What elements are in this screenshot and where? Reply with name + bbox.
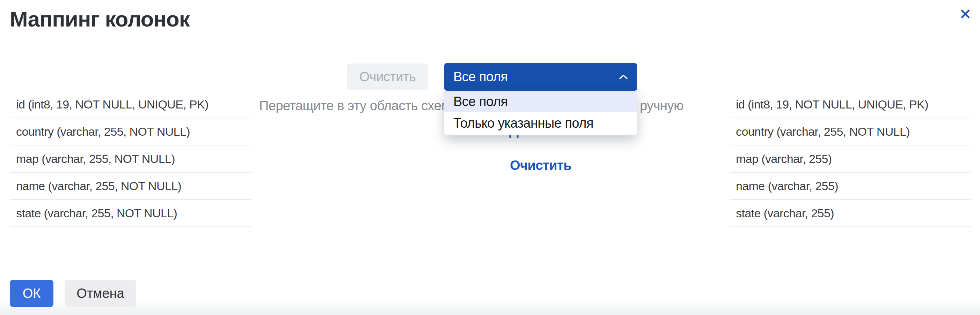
source-column-item[interactable]: name (varchar, 255, NOT NULL) — [10, 173, 251, 200]
target-column-item[interactable]: name (varchar, 255) — [730, 173, 971, 200]
dropdown-option-all-fields[interactable]: Все поля — [444, 91, 637, 112]
drop-area-hint-left: Перетащите в эту область схему — [259, 98, 457, 113]
drop-area-hint-right: ручную — [640, 98, 684, 113]
page-title: Маппинг колонок — [10, 6, 189, 32]
fields-mode-dropdown-menu: Все поля Только указанные поля — [444, 91, 637, 135]
cancel-button[interactable]: Отмена — [65, 280, 136, 307]
fields-mode-dropdown: Все поля Все поля Только указанные поля — [444, 63, 637, 91]
fields-mode-selected-value: Все поля — [453, 70, 508, 84]
column-mapping-dialog: Маппинг колонок Очистить Все поля Все по… — [0, 0, 980, 315]
ok-button[interactable]: ОК — [10, 280, 53, 307]
target-column-item[interactable]: state (varchar, 255) — [730, 200, 971, 227]
clear-mapping-link[interactable]: Очистить — [444, 158, 637, 173]
close-icon — [959, 8, 971, 20]
clear-mapping-button-disabled[interactable]: Очистить — [347, 63, 428, 90]
target-column-item[interactable]: country (varchar, 255, NOT NULL) — [730, 118, 971, 146]
target-column-item[interactable]: map (varchar, 255) — [730, 146, 971, 173]
target-column-item[interactable]: id (int8, 19, NOT NULL, UNIQUE, PK) — [730, 91, 971, 118]
dialog-bottom-edge — [0, 298, 980, 315]
close-button[interactable] — [957, 6, 974, 22]
source-column-item[interactable]: state (varchar, 255, NOT NULL) — [10, 200, 251, 227]
fields-mode-dropdown-toggle[interactable]: Все поля — [444, 63, 637, 91]
source-column-item[interactable]: country (varchar, 255, NOT NULL) — [10, 118, 251, 146]
source-column-item[interactable]: id (int8, 19, NOT NULL, UNIQUE, PK) — [10, 91, 251, 118]
target-columns-list: id (int8, 19, NOT NULL, UNIQUE, PK)count… — [730, 91, 971, 227]
source-column-item[interactable]: map (varchar, 255, NOT NULL) — [10, 146, 251, 173]
chevron-up-icon — [619, 74, 628, 80]
source-columns-list: id (int8, 19, NOT NULL, UNIQUE, PK)count… — [10, 91, 251, 227]
dropdown-option-specified-fields[interactable]: Только указанные поля — [444, 112, 637, 134]
